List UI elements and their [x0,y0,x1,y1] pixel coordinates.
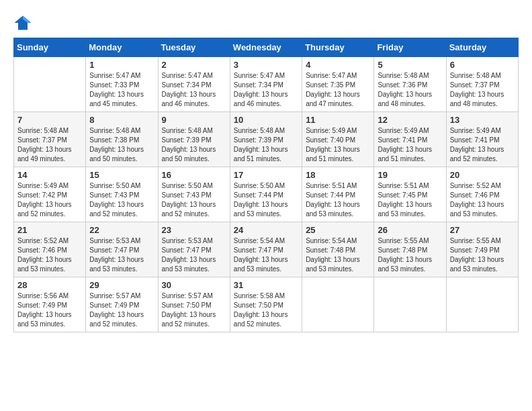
calendar-cell: 4Sunrise: 5:47 AM Sunset: 7:35 PM Daylig… [302,57,374,112]
calendar-cell: 22Sunrise: 5:53 AM Sunset: 7:47 PM Dayli… [86,222,158,277]
day-info: Sunrise: 5:55 AM Sunset: 7:48 PM Dayligh… [378,236,442,274]
day-number: 16 [162,170,226,180]
calendar-cell: 12Sunrise: 5:49 AM Sunset: 7:41 PM Dayli… [374,112,446,167]
day-info: Sunrise: 5:49 AM Sunset: 7:41 PM Dayligh… [378,126,442,164]
calendar-cell: 6Sunrise: 5:48 AM Sunset: 7:37 PM Daylig… [446,57,518,112]
day-info: Sunrise: 5:49 AM Sunset: 7:41 PM Dayligh… [450,126,515,164]
day-number: 12 [378,115,442,125]
calendar-cell: 8Sunrise: 5:48 AM Sunset: 7:38 PM Daylig… [86,112,158,167]
day-number: 23 [162,225,226,235]
day-number: 27 [450,225,515,235]
day-info: Sunrise: 5:48 AM Sunset: 7:39 PM Dayligh… [162,126,226,164]
day-number: 31 [234,280,298,290]
calendar-cell: 18Sunrise: 5:51 AM Sunset: 7:44 PM Dayli… [302,167,374,222]
weekday-header-friday: Friday [374,38,446,57]
day-number: 25 [306,225,370,235]
day-number: 15 [89,170,154,180]
day-number: 4 [306,60,370,70]
day-info: Sunrise: 5:47 AM Sunset: 7:35 PM Dayligh… [306,71,370,109]
day-number: 13 [450,115,515,125]
calendar-table: SundayMondayTuesdayWednesdayThursdayFrid… [13,38,519,332]
day-info: Sunrise: 5:49 AM Sunset: 7:42 PM Dayligh… [17,181,82,219]
day-number: 19 [378,170,442,180]
calendar-week-1: 1Sunrise: 5:47 AM Sunset: 7:33 PM Daylig… [14,57,519,112]
calendar-cell: 26Sunrise: 5:55 AM Sunset: 7:48 PM Dayli… [374,222,446,277]
day-info: Sunrise: 5:47 AM Sunset: 7:34 PM Dayligh… [162,71,226,109]
day-info: Sunrise: 5:53 AM Sunset: 7:47 PM Dayligh… [162,236,226,274]
calendar-week-5: 28Sunrise: 5:56 AM Sunset: 7:49 PM Dayli… [14,277,519,332]
day-info: Sunrise: 5:54 AM Sunset: 7:47 PM Dayligh… [234,236,298,274]
day-number: 9 [162,115,226,125]
calendar-cell: 28Sunrise: 5:56 AM Sunset: 7:49 PM Dayli… [14,277,86,332]
day-number: 7 [17,115,82,125]
day-number: 26 [378,225,442,235]
calendar-cell: 15Sunrise: 5:50 AM Sunset: 7:43 PM Dayli… [86,167,158,222]
calendar-cell: 20Sunrise: 5:52 AM Sunset: 7:46 PM Dayli… [446,167,518,222]
calendar-cell: 11Sunrise: 5:49 AM Sunset: 7:40 PM Dayli… [302,112,374,167]
weekday-header-sunday: Sunday [14,38,86,57]
weekday-header-saturday: Saturday [446,38,518,57]
calendar-cell [14,57,86,112]
day-number: 28 [17,280,82,290]
calendar-cell: 17Sunrise: 5:50 AM Sunset: 7:44 PM Dayli… [230,167,302,222]
weekday-header-thursday: Thursday [302,38,374,57]
day-number: 3 [234,60,298,70]
day-info: Sunrise: 5:50 AM Sunset: 7:43 PM Dayligh… [89,181,154,219]
day-info: Sunrise: 5:47 AM Sunset: 7:34 PM Dayligh… [234,71,298,109]
calendar-cell: 7Sunrise: 5:48 AM Sunset: 7:37 PM Daylig… [14,112,86,167]
calendar-cell: 16Sunrise: 5:50 AM Sunset: 7:43 PM Dayli… [158,167,230,222]
day-info: Sunrise: 5:49 AM Sunset: 7:40 PM Dayligh… [306,126,370,164]
calendar-cell [374,277,446,332]
calendar-cell: 25Sunrise: 5:54 AM Sunset: 7:48 PM Dayli… [302,222,374,277]
day-number: 8 [89,115,154,125]
calendar-cell: 31Sunrise: 5:58 AM Sunset: 7:50 PM Dayli… [230,277,302,332]
day-info: Sunrise: 5:52 AM Sunset: 7:46 PM Dayligh… [17,236,82,274]
day-number: 22 [89,225,154,235]
day-info: Sunrise: 5:48 AM Sunset: 7:39 PM Dayligh… [234,126,298,164]
day-number: 24 [234,225,298,235]
day-info: Sunrise: 5:48 AM Sunset: 7:37 PM Dayligh… [17,126,82,164]
calendar-cell: 9Sunrise: 5:48 AM Sunset: 7:39 PM Daylig… [158,112,230,167]
calendar-cell: 5Sunrise: 5:48 AM Sunset: 7:36 PM Daylig… [374,57,446,112]
weekday-header-monday: Monday [86,38,158,57]
calendar-cell: 13Sunrise: 5:49 AM Sunset: 7:41 PM Dayli… [446,112,518,167]
day-number: 20 [450,170,515,180]
day-info: Sunrise: 5:56 AM Sunset: 7:49 PM Dayligh… [17,291,82,329]
day-number: 17 [234,170,298,180]
day-number: 29 [89,280,154,290]
day-info: Sunrise: 5:58 AM Sunset: 7:50 PM Dayligh… [234,291,298,329]
calendar-week-3: 14Sunrise: 5:49 AM Sunset: 7:42 PM Dayli… [14,167,519,222]
day-info: Sunrise: 5:51 AM Sunset: 7:45 PM Dayligh… [378,181,442,219]
day-number: 6 [450,60,515,70]
day-number: 11 [306,115,370,125]
calendar-cell: 30Sunrise: 5:57 AM Sunset: 7:50 PM Dayli… [158,277,230,332]
calendar-cell: 2Sunrise: 5:47 AM Sunset: 7:34 PM Daylig… [158,57,230,112]
calendar-cell: 29Sunrise: 5:57 AM Sunset: 7:49 PM Dayli… [86,277,158,332]
page-header [13,13,519,32]
calendar-cell: 1Sunrise: 5:47 AM Sunset: 7:33 PM Daylig… [86,57,158,112]
calendar-cell: 19Sunrise: 5:51 AM Sunset: 7:45 PM Dayli… [374,167,446,222]
day-info: Sunrise: 5:50 AM Sunset: 7:44 PM Dayligh… [234,181,298,219]
day-info: Sunrise: 5:53 AM Sunset: 7:47 PM Dayligh… [89,236,154,274]
calendar-cell: 24Sunrise: 5:54 AM Sunset: 7:47 PM Dayli… [230,222,302,277]
day-info: Sunrise: 5:51 AM Sunset: 7:44 PM Dayligh… [306,181,370,219]
day-info: Sunrise: 5:57 AM Sunset: 7:50 PM Dayligh… [162,291,226,329]
day-info: Sunrise: 5:54 AM Sunset: 7:48 PM Dayligh… [306,236,370,274]
day-info: Sunrise: 5:57 AM Sunset: 7:49 PM Dayligh… [89,291,154,329]
calendar-cell [446,277,518,332]
day-info: Sunrise: 5:48 AM Sunset: 7:37 PM Dayligh… [450,71,515,109]
calendar-week-4: 21Sunrise: 5:52 AM Sunset: 7:46 PM Dayli… [14,222,519,277]
calendar-cell: 27Sunrise: 5:55 AM Sunset: 7:49 PM Dayli… [446,222,518,277]
weekday-header-row: SundayMondayTuesdayWednesdayThursdayFrid… [14,38,519,57]
logo [13,13,35,32]
day-number: 5 [378,60,442,70]
calendar-cell: 21Sunrise: 5:52 AM Sunset: 7:46 PM Dayli… [14,222,86,277]
weekday-header-tuesday: Tuesday [158,38,230,57]
day-number: 30 [162,280,226,290]
calendar-cell: 3Sunrise: 5:47 AM Sunset: 7:34 PM Daylig… [230,57,302,112]
day-info: Sunrise: 5:48 AM Sunset: 7:36 PM Dayligh… [378,71,442,109]
calendar-cell: 14Sunrise: 5:49 AM Sunset: 7:42 PM Dayli… [14,167,86,222]
weekday-header-wednesday: Wednesday [230,38,302,57]
day-info: Sunrise: 5:47 AM Sunset: 7:33 PM Dayligh… [89,71,154,109]
day-info: Sunrise: 5:48 AM Sunset: 7:38 PM Dayligh… [89,126,154,164]
